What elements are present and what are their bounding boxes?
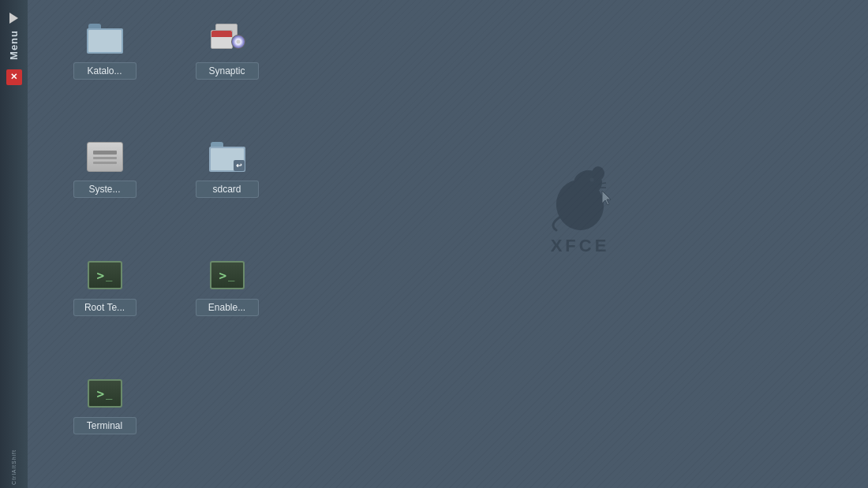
sdcard-folder-icon: ↩	[209, 142, 245, 172]
power-button[interactable]: ✕	[6, 69, 22, 85]
svg-marker-0	[92, 33, 107, 39]
svg-marker-9	[602, 191, 611, 205]
sdcard-label: sdcard	[196, 181, 259, 198]
terminal-icon-image	[86, 374, 124, 412]
menu-label[interactable]: Menu	[8, 30, 20, 60]
key-hints-container: Shift Alt Ctrl	[0, 449, 28, 485]
alt-hint: Alt	[10, 464, 18, 473]
katalog-folder-icon	[87, 24, 123, 54]
shift-hint: Shift	[10, 449, 18, 464]
drive-app-icon	[87, 142, 123, 172]
synaptic-label: Synaptic	[196, 62, 259, 80]
desktop-icon-sdcard[interactable]: ↩ sdcard	[166, 126, 288, 244]
root-terminal-app-icon	[88, 261, 122, 289]
cursor-svg	[600, 189, 612, 207]
left-panel: Menu ✕ Shift Alt Ctrl	[0, 0, 28, 488]
katalog-label: Katalo...	[73, 62, 137, 80]
svg-rect-2	[98, 41, 101, 46]
svg-point-5	[592, 166, 604, 181]
svg-rect-1	[95, 39, 103, 46]
enable-icon-image	[208, 256, 246, 294]
system-label: Syste...	[73, 181, 137, 198]
root-terminal-label: Root Te...	[73, 299, 137, 316]
icons-area: Katalo... Synaptic Syste..	[43, 8, 288, 481]
menu-arrow-icon[interactable]	[6, 9, 23, 27]
desktop-icon-terminal[interactable]: Terminal	[43, 363, 166, 481]
svg-point-6	[590, 178, 594, 182]
sdcard-link-arrow: ↩	[234, 160, 245, 171]
root-terminal-icon-image	[86, 256, 124, 294]
terminal-label: Terminal	[73, 417, 137, 434]
terminal-app-icon	[88, 379, 122, 408]
system-icon-image	[86, 138, 124, 176]
ctrl-hint: Ctrl	[10, 473, 18, 485]
xfce-logo: XFCE	[544, 166, 615, 256]
katalog-icon-image	[86, 20, 124, 58]
desktop-icon-root-terminal[interactable]: Root Te...	[43, 244, 166, 363]
desktop-icon-enable[interactable]: Enable...	[166, 244, 288, 363]
enable-app-icon	[210, 261, 245, 289]
desktop-icon-synaptic[interactable]: Synaptic	[166, 8, 288, 126]
desktop-icon-system[interactable]: Syste...	[43, 126, 166, 244]
synaptic-app-icon	[209, 22, 245, 55]
sdcard-icon-image: ↩	[208, 138, 246, 176]
desktop-icon-katalog[interactable]: Katalo...	[43, 8, 166, 126]
synaptic-icon-image	[208, 20, 246, 58]
xfce-text: XFCE	[551, 236, 610, 256]
enable-label: Enable...	[196, 299, 259, 316]
desktop: Katalo... Synaptic Syste..	[28, 0, 868, 488]
